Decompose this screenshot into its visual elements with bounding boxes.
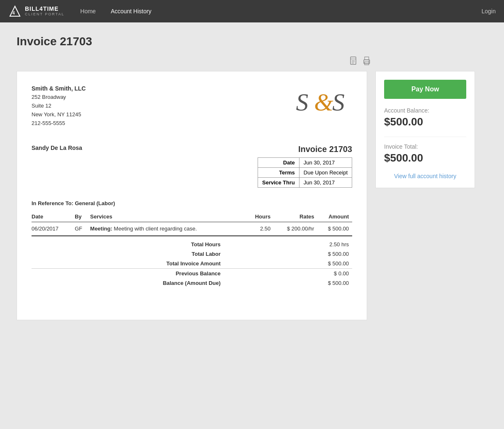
meta-label-service-thru: Service Thru	[258, 177, 299, 187]
meta-label-date: Date	[258, 157, 299, 167]
company-phone: 212-555-5555	[32, 119, 86, 128]
print-icon[interactable]	[362, 56, 371, 68]
meta-value-date: Jun 30, 2017	[299, 157, 352, 167]
company-address1: 252 Broadway	[32, 93, 86, 102]
company-info: Smith & Smith, LLC 252 Broadway Suite 12…	[32, 84, 86, 128]
invoice-panel: Smith & Smith, LLC 252 Broadway Suite 12…	[17, 71, 367, 320]
invoice-header: Smith & Smith, LLC 252 Broadway Suite 12…	[32, 84, 352, 128]
row-service: Meeting: Meeting with client regarding c…	[90, 222, 247, 235]
row-hours: 2.50	[247, 222, 274, 235]
col-amount: Amount	[317, 211, 352, 222]
toolbar-icons	[17, 56, 375, 68]
meta-row-terms: Terms Due Upon Receipt	[258, 167, 352, 177]
total-labor-label: Total Labor	[32, 249, 224, 259]
page-title: Invoice 21703	[17, 35, 487, 48]
line-items-thead: Date By Services Hours Rates Amount	[32, 211, 352, 222]
line-items-header-row: Date By Services Hours Rates Amount	[32, 211, 352, 222]
pay-now-button[interactable]: Pay Now	[384, 80, 466, 99]
meta-value-service-thru: Jun 30, 2017	[299, 177, 352, 187]
svg-text:S: S	[332, 88, 345, 116]
col-services: Services	[90, 211, 247, 222]
invoice-meta-table: Date Jun 30, 2017 Terms Due Upon Receipt…	[258, 157, 352, 188]
account-balance-amount: $500.00	[384, 115, 466, 128]
row-amount: $ 500.00	[317, 222, 352, 235]
total-hours-value: 2.50 hrs	[224, 240, 352, 249]
col-rates: Rates	[274, 211, 317, 222]
service-bold: Meeting:	[90, 226, 112, 232]
total-labor-row: Total Labor $ 500.00	[32, 249, 352, 259]
total-hours-row: Total Hours 2.50 hrs	[32, 240, 352, 249]
login-link[interactable]: Login	[482, 8, 496, 15]
pdf-icon[interactable]	[350, 56, 358, 68]
balance-due-row: Balance (Amount Due) $ 500.00	[32, 278, 352, 288]
account-balance-label: Account Balance:	[384, 107, 466, 114]
svg-text:4: 4	[12, 11, 15, 15]
total-invoice-label: Total Invoice Amount	[32, 259, 224, 269]
pdf-icon-svg	[350, 56, 358, 66]
row-rate: $ 200.00/hr	[274, 222, 317, 235]
nav-links: Home Account History	[77, 6, 469, 16]
totals-table: Total Hours 2.50 hrs Total Labor $ 500.0…	[32, 240, 352, 288]
row-by: GF	[75, 222, 90, 235]
view-history-link[interactable]: View full account history	[384, 173, 466, 179]
sidebar-panel: Pay Now Account Balance: $500.00 Invoice…	[375, 71, 475, 188]
nav-home[interactable]: Home	[77, 6, 99, 16]
company-address2: Suite 12	[32, 102, 86, 110]
row-date: 06/20/2017	[32, 222, 75, 235]
navbar: 4 BILL4TIME CLIENT PORTAL Home Account H…	[0, 0, 504, 22]
totals-section: Total Hours 2.50 hrs Total Labor $ 500.0…	[32, 235, 352, 288]
previous-balance-row: Previous Balance $ 0.00	[32, 268, 352, 278]
invoice-meta-right: Invoice 21703 Date Jun 30, 2017 Terms Du…	[258, 145, 352, 188]
invoice-layout: Smith & Smith, LLC 252 Broadway Suite 12…	[17, 71, 487, 320]
line-items-table: Date By Services Hours Rates Amount 06/2…	[32, 211, 352, 235]
brand-sub: CLIENT PORTAL	[25, 12, 65, 17]
balance-due-value: $ 500.00	[224, 278, 352, 288]
total-invoice-amount-row: Total Invoice Amount $ 500.00	[32, 259, 352, 269]
col-by: By	[75, 211, 90, 222]
invoice-number: Invoice 21703	[298, 145, 352, 154]
print-icon-svg	[362, 56, 371, 66]
total-hours-label: Total Hours	[32, 240, 224, 249]
line-items-tbody: 06/20/2017 GF Meeting: Meeting with clie…	[32, 222, 352, 235]
svg-rect-8	[365, 57, 369, 60]
sidebar-divider	[384, 137, 466, 137]
nav-account-history[interactable]: Account History	[107, 6, 155, 16]
total-labor-value: $ 500.00	[224, 249, 352, 259]
reference-label: In Reference To: General (Labor)	[32, 200, 352, 206]
service-desc: Meeting with client regarding case.	[112, 226, 197, 232]
meta-row-service-thru: Service Thru Jun 30, 2017	[258, 177, 352, 187]
col-date: Date	[32, 211, 75, 222]
meta-value-terms: Due Upon Receipt	[299, 167, 352, 177]
company-logo: S & S	[294, 84, 352, 117]
brand-text: BILL4TIME CLIENT PORTAL	[25, 6, 65, 16]
brand-name: BILL4TIME	[25, 6, 65, 12]
table-row: 06/20/2017 GF Meeting: Meeting with clie…	[32, 222, 352, 235]
brand-logo-icon: 4	[8, 5, 22, 18]
total-invoice-value: $ 500.00	[224, 259, 352, 269]
company-city-state-zip: New York, NY 11245	[32, 110, 86, 119]
company-name: Smith & Smith, LLC	[32, 84, 86, 93]
invoice-total-label: Invoice Total:	[384, 143, 466, 150]
meta-row-date: Date Jun 30, 2017	[258, 157, 352, 167]
previous-balance-label: Previous Balance	[32, 268, 224, 278]
meta-label-terms: Terms	[258, 167, 299, 177]
main-content: Invoice 21703	[0, 22, 504, 333]
svg-marker-0	[10, 6, 20, 16]
balance-due-label: Balance (Amount Due)	[32, 278, 224, 288]
svg-point-10	[368, 61, 369, 61]
invoice-meta-section: Sandy De La Rosa Invoice 21703 Date Jun …	[32, 145, 352, 188]
client-name: Sandy De La Rosa	[32, 145, 82, 151]
previous-balance-value: $ 0.00	[224, 268, 352, 278]
brand: 4 BILL4TIME CLIENT PORTAL	[8, 5, 65, 18]
company-logo-svg: S & S	[294, 84, 352, 117]
col-hours: Hours	[247, 211, 274, 222]
svg-text:S: S	[296, 88, 308, 116]
invoice-total-amount: $500.00	[384, 152, 466, 164]
svg-text:&: &	[314, 88, 334, 116]
